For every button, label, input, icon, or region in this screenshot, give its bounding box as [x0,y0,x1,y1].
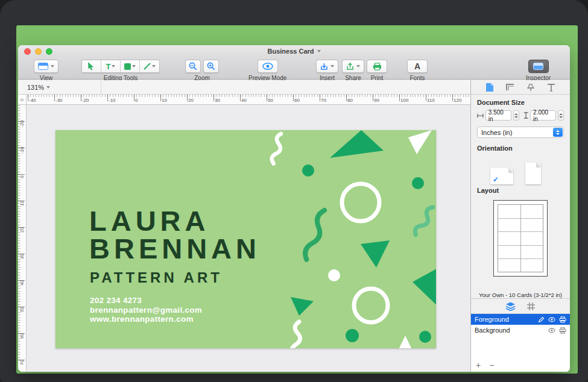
green-backdrop: Business Card View [16,25,578,374]
checkmark-icon: ✓ [493,175,499,184]
toolbar-group-inspector: Inspector [526,60,551,81]
ruler-label: -30 [55,98,63,103]
horizontal-ruler-row: in -40-30-20-100102030405060708090100110… [18,95,470,105]
zoom-out-button[interactable] [185,60,201,73]
fonts-button[interactable]: A [407,60,428,73]
tab-document-icon[interactable] [485,83,494,92]
ruler-label: 110 [427,98,435,103]
card-website: www.brennanpattern.com [90,315,202,324]
printer-icon [373,63,382,70]
layers-tab-icon[interactable] [505,302,516,311]
text-tool-button[interactable]: T [101,60,121,72]
eye-icon [262,63,273,70]
app-window: Business Card View [18,45,570,372]
grid-tab-icon[interactable] [526,302,536,311]
vertical-ruler: -20-10010203040506070 [18,105,27,372]
card-name[interactable]: LAURA BRENNAN [89,207,261,263]
decoration-tri [330,130,384,158]
height-field[interactable]: 2.000 in [530,110,556,121]
printer-icon[interactable] [559,316,566,323]
card-name-line2: BRENNAN [89,235,261,263]
decoration-dot [419,331,431,343]
width-stepper[interactable] [513,110,519,121]
zoom-window-button[interactable] [46,48,52,55]
height-stepper[interactable] [558,110,564,121]
layer-name: Background [475,327,548,334]
orientation-portrait-option[interactable] [525,163,541,184]
ruler-label: 0 [135,98,138,103]
printer-icon[interactable] [559,327,566,334]
shape-tool-button[interactable] [121,60,140,72]
main-area: 131% in -40-30-20-1001020304050607080901… [18,80,570,372]
toolbar: View T [18,57,570,80]
share-button[interactable] [342,60,364,73]
business-card[interactable]: LAURA BRENNAN PATTERN ART 202 234 4273 b… [55,130,436,348]
card-contact-block[interactable]: 202 234 4273 brennanpattern@gmail.com ww… [90,296,202,324]
layout-preview[interactable] [493,200,548,277]
decoration-tri [291,297,314,316]
tab-text-icon[interactable] [547,83,555,92]
orientation-landscape-option[interactable]: ✓ [490,168,513,184]
traffic-lights [24,48,52,55]
preview-mode-button[interactable] [258,60,278,73]
view-button[interactable] [34,60,58,73]
tab-geometry-icon[interactable] [505,83,515,92]
decoration-dot [302,164,314,177]
inspector-button[interactable] [528,60,549,73]
toolbar-group-view: View [34,60,58,81]
document-size-row: 3.500 in 2.000 in [477,110,564,121]
ruler-label: 0 [19,174,25,181]
line-tool-button[interactable] [140,60,159,72]
add-layer-button[interactable]: + [476,361,481,369]
orientation-label: Orientation [477,145,564,152]
toolbar-group-insert: Insert [316,60,338,81]
decoration-tri [413,266,436,310]
decoration-tri [361,240,390,268]
document-area: 131% in -40-30-20-1001020304050607080901… [18,80,470,372]
decoration-dot [346,329,359,342]
zoom-level-value: 131% [27,84,44,91]
ruler-label: 20 [188,98,194,103]
eye-icon[interactable] [548,317,555,322]
layout-caption: Your Own - 10 Cards (3-1/2*2 in) [477,292,564,298]
toolbar-group-editing-tools: T Editing Tools [81,60,160,81]
insert-button[interactable] [316,60,338,73]
ruler-label: -10 [109,98,116,103]
card-subtitle[interactable]: PATTERN ART [90,269,223,286]
close-button[interactable] [24,48,31,55]
width-field[interactable]: 3.500 in [485,110,511,121]
window-title[interactable]: Business Card [267,48,320,55]
tab-brush-icon[interactable] [526,83,536,92]
inspector-sidebar: Document Size 3.500 in 2.000 in Inches (… [470,80,570,372]
zoom-level-control[interactable]: 131% [27,84,50,91]
minimize-button[interactable] [35,48,42,55]
shape-tool-icon [124,63,131,70]
ruler-label: -20 [19,121,25,128]
decoration-dot [328,269,340,281]
chevron-down-icon [112,65,115,67]
print-button[interactable] [367,60,387,73]
remove-layer-button[interactable]: − [489,361,494,369]
eye-icon[interactable] [548,328,555,333]
card-phone: 202 234 4273 [90,296,202,305]
decoration-dot [412,177,424,189]
canvas[interactable]: LAURA BRENNAN PATTERN ART 202 234 4273 b… [27,105,470,372]
ruler-label: 100 [400,98,408,103]
decoration-squiggle [291,321,303,348]
layer-row-foreground[interactable]: Foreground [471,314,570,325]
height-icon [523,111,528,119]
pencil-icon [538,316,545,323]
zoom-in-button[interactable] [203,60,219,73]
titlebar[interactable]: Business Card [18,45,570,57]
decoration-ring [354,289,388,322]
layer-row-background[interactable]: Background [471,325,570,336]
chevron-down-icon [317,50,321,52]
ruler-label: -20 [82,98,89,103]
layers-footer: + − [476,361,494,369]
select-tool-button[interactable] [82,60,101,72]
card-name-line1: LAURA [89,207,261,235]
ruler-label: 30 [19,253,25,260]
units-dropdown[interactable]: Inches (in) [477,127,564,138]
dropdown-arrows-icon [553,128,563,137]
zoom-out-icon [189,62,197,70]
